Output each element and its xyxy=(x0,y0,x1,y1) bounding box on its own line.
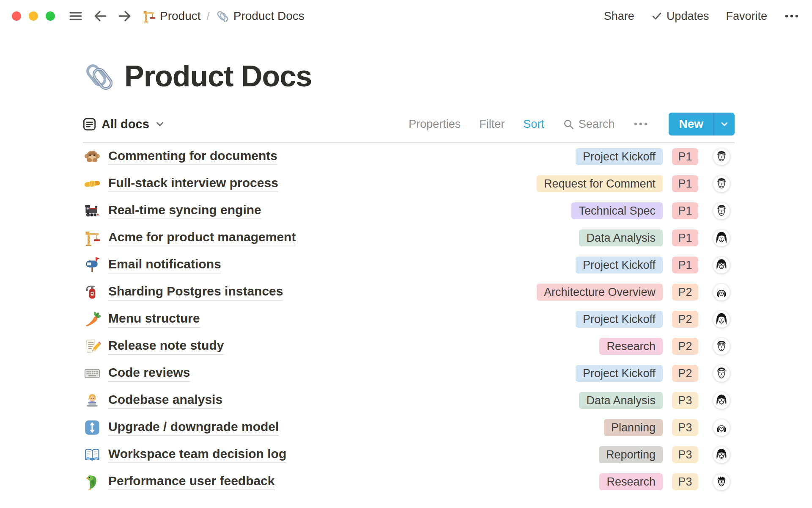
nav-back-button[interactable] xyxy=(91,7,109,25)
avatar-woman-bob[interactable] xyxy=(713,283,730,301)
mailbox-icon xyxy=(84,257,101,273)
doc-row[interactable]: Full-stack interview processRequest for … xyxy=(83,170,735,197)
page-icon-linked-paperclips[interactable] xyxy=(83,60,115,92)
avatar-woman-long-hair[interactable] xyxy=(713,229,730,247)
minimize-window-button[interactable] xyxy=(29,11,38,21)
ellipsis-icon xyxy=(784,13,799,19)
priority-badge[interactable]: P1 xyxy=(672,175,698,192)
carrot-icon xyxy=(84,311,101,328)
priority-badge[interactable]: P1 xyxy=(672,148,698,165)
priority-badge[interactable]: P3 xyxy=(672,392,698,409)
breadcrumb-separator: / xyxy=(206,10,211,23)
doc-type-tag[interactable]: Project Kickoff xyxy=(576,365,663,382)
doc-row[interactable]: Release note studyResearchP2 xyxy=(83,333,735,360)
doc-title-link[interactable]: Codebase analysis xyxy=(108,392,222,409)
priority-badge[interactable]: P2 xyxy=(672,338,698,355)
chevron-down-icon xyxy=(720,119,729,129)
avatar-person-glasses-long-hair[interactable] xyxy=(713,446,730,464)
building-crane-icon xyxy=(142,9,156,23)
avatar-man-stubble[interactable] xyxy=(713,202,730,220)
doc-title-link[interactable]: Email notifications xyxy=(108,257,221,273)
updates-label: Updates xyxy=(667,10,709,23)
sort-button[interactable]: Sort xyxy=(523,118,544,131)
avatar-man-glasses[interactable] xyxy=(713,473,730,491)
doc-title-link[interactable]: Workspace team decision log xyxy=(108,447,286,463)
avatar-man-stubble[interactable] xyxy=(713,364,730,382)
avatar-man-short-hair[interactable] xyxy=(713,148,730,166)
doc-title-link[interactable]: Performance user feedback xyxy=(108,474,275,490)
doc-row[interactable]: Acme for product managementData Analysis… xyxy=(83,224,735,251)
view-switcher[interactable]: All docs xyxy=(83,117,165,131)
breadcrumb-label: Product xyxy=(160,9,201,23)
doc-row[interactable]: Code reviewsProject KickoffP2 xyxy=(83,360,735,387)
search-button[interactable]: Search xyxy=(563,118,615,131)
doc-row[interactable]: Workspace team decision logReportingP3 xyxy=(83,441,735,468)
doc-type-tag[interactable]: Research xyxy=(599,473,663,490)
view-label: All docs xyxy=(102,117,149,131)
window-titlebar: Product / Product Docs Share Updates Fav… xyxy=(0,0,812,30)
breadcrumb-item-product[interactable]: Product xyxy=(142,9,201,23)
zoom-window-button[interactable] xyxy=(46,11,55,21)
doc-row[interactable]: Commenting for documentsProject KickoffP… xyxy=(83,143,735,170)
doc-title-link[interactable]: Acme for product management xyxy=(108,230,296,246)
priority-badge[interactable]: P2 xyxy=(672,365,698,382)
doc-title-link[interactable]: Commenting for documents xyxy=(108,149,277,165)
doc-type-tag[interactable]: Architecture Overview xyxy=(537,284,663,301)
more-options-button[interactable] xyxy=(784,13,799,19)
toolbar-more-button[interactable] xyxy=(633,121,648,127)
doc-title-link[interactable]: Upgrade / downgrade model xyxy=(108,420,279,436)
doc-title-link[interactable]: Sharding Postgres instances xyxy=(108,284,283,301)
avatar-person-glasses-long-hair[interactable] xyxy=(713,392,730,409)
ellipsis-icon xyxy=(633,121,648,127)
avatar-man-short-hair[interactable] xyxy=(713,337,730,355)
nav-forward-button[interactable] xyxy=(116,7,134,25)
new-doc-dropdown-button[interactable] xyxy=(713,113,735,135)
doc-title-link[interactable]: Real-time syncing engine xyxy=(108,203,261,219)
favorite-button[interactable]: Favorite xyxy=(726,10,767,23)
avatar-woman-bob[interactable] xyxy=(713,419,730,436)
doc-title-link[interactable]: Code reviews xyxy=(108,365,190,382)
doc-type-tag[interactable]: Project Kickoff xyxy=(576,148,663,165)
priority-badge[interactable]: P2 xyxy=(672,284,698,301)
doc-row[interactable]: Upgrade / downgrade modelPlanningP3 xyxy=(83,414,735,441)
up-down-arrow-icon xyxy=(84,419,101,436)
avatar-man-short-hair[interactable] xyxy=(713,175,730,193)
doc-type-tag[interactable]: Request for Comment xyxy=(537,175,663,192)
doc-type-tag[interactable]: Project Kickoff xyxy=(576,257,663,273)
priority-badge[interactable]: P1 xyxy=(672,202,698,219)
filter-button[interactable]: Filter xyxy=(479,118,505,131)
doc-type-tag[interactable]: Project Kickoff xyxy=(576,311,663,328)
priority-badge[interactable]: P2 xyxy=(672,311,698,328)
priority-badge[interactable]: P3 xyxy=(672,419,698,436)
doc-type-tag[interactable]: Planning xyxy=(604,419,663,436)
priority-badge[interactable]: P3 xyxy=(672,473,698,490)
properties-button[interactable]: Properties xyxy=(409,118,461,131)
doc-row[interactable]: Real-time syncing engineTechnical SpecP1 xyxy=(83,197,735,224)
page-title: Product Docs xyxy=(124,59,312,93)
locomotive-icon xyxy=(84,202,101,219)
doc-row[interactable]: Menu structureProject KickoffP2 xyxy=(83,306,735,333)
doc-type-tag[interactable]: Data Analysis xyxy=(579,392,663,409)
doc-row[interactable]: Sharding Postgres instancesArchitecture … xyxy=(83,279,735,306)
avatar-person-glasses-long-hair[interactable] xyxy=(713,256,730,274)
doc-row[interactable]: Email notificationsProject KickoffP1 xyxy=(83,251,735,279)
close-window-button[interactable] xyxy=(12,11,21,21)
doc-type-tag[interactable]: Technical Spec xyxy=(571,202,663,219)
sidebar-menu-button[interactable] xyxy=(67,7,85,25)
updates-button[interactable]: Updates xyxy=(651,10,709,23)
doc-type-tag[interactable]: Data Analysis xyxy=(579,229,663,246)
priority-badge[interactable]: P1 xyxy=(672,229,698,246)
share-button[interactable]: Share xyxy=(604,10,634,23)
new-doc-button[interactable]: New xyxy=(669,113,713,135)
doc-title-link[interactable]: Release note study xyxy=(108,338,224,355)
doc-row[interactable]: Performance user feedbackResearchP3 xyxy=(83,468,735,495)
doc-type-tag[interactable]: Research xyxy=(599,338,663,355)
doc-title-link[interactable]: Full-stack interview process xyxy=(108,176,278,192)
doc-row[interactable]: Codebase analysisData AnalysisP3 xyxy=(83,387,735,414)
doc-type-tag[interactable]: Reporting xyxy=(599,446,663,463)
doc-title-link[interactable]: Menu structure xyxy=(108,311,200,328)
priority-badge[interactable]: P3 xyxy=(672,446,698,463)
breadcrumb-item-product-docs[interactable]: Product Docs xyxy=(216,9,304,23)
priority-badge[interactable]: P1 xyxy=(672,257,698,273)
avatar-woman-long-hair[interactable] xyxy=(713,310,730,328)
